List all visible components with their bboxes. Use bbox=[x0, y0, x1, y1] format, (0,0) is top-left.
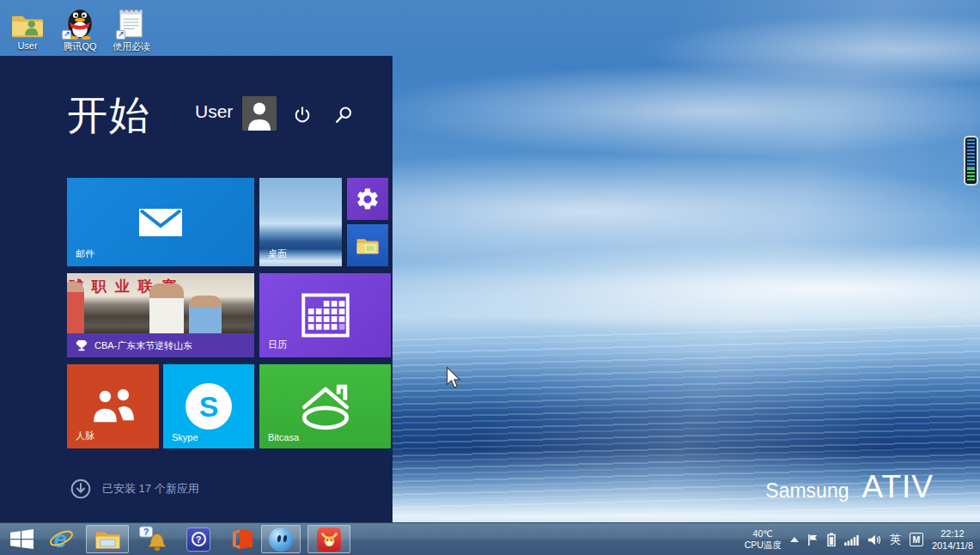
tile-label: 邮件 bbox=[76, 247, 94, 260]
tile-label: 人脉 bbox=[76, 430, 94, 442]
new-apps-link[interactable]: 已安装 17 个新应用 bbox=[70, 479, 199, 499]
file-explorer-icon bbox=[94, 528, 121, 551]
tile-people[interactable]: 人脉 bbox=[67, 364, 159, 448]
tray-clock[interactable]: 22:12 2014/11/8 bbox=[932, 528, 977, 552]
internet-explorer-icon: e bbox=[48, 526, 75, 552]
bubble-question-glyph: ? bbox=[143, 526, 149, 536]
screen: Samsung ATIV User ↗ bbox=[0, 0, 980, 555]
eye bbox=[283, 534, 287, 541]
desktop-icon-qq[interactable]: ↗ 腾讯QQ bbox=[55, 3, 105, 53]
manual-question-icon: ? bbox=[186, 528, 210, 552]
network-signal-icon[interactable] bbox=[844, 534, 859, 546]
sports-live-tile-photo: 球职业联赛 bbox=[67, 273, 254, 333]
sports-headline: CBA-广东末节逆转山东 bbox=[67, 333, 254, 357]
tile-label: 桌面 bbox=[268, 247, 287, 260]
question-glyph: ? bbox=[192, 532, 206, 546]
user-folder-icon bbox=[10, 3, 45, 40]
brand-samsung: Samsung bbox=[765, 479, 849, 503]
ime-language-indicator[interactable]: 英 bbox=[890, 532, 901, 547]
desktop-icon-user[interactable]: User bbox=[3, 3, 52, 51]
battery-icon[interactable] bbox=[827, 533, 836, 546]
bell-question-icon: ? bbox=[139, 526, 167, 553]
brand-ativ: ATIV bbox=[862, 469, 934, 505]
temp-gauge-widget[interactable] bbox=[964, 136, 978, 186]
tile-pc-settings[interactable] bbox=[347, 178, 388, 220]
gauge-blue-bars bbox=[967, 139, 975, 168]
taskbar: e ? ? bbox=[0, 522, 980, 555]
shortcut-arrow-icon: ↗ bbox=[62, 30, 71, 40]
shortcut-arrow-icon: ↗ bbox=[116, 30, 125, 40]
tile-mail[interactable]: 邮件 bbox=[67, 178, 254, 266]
start-title: 开始 bbox=[67, 88, 151, 143]
skype-letter: S bbox=[199, 392, 219, 421]
trophy-icon bbox=[76, 339, 88, 351]
mouse-cursor bbox=[446, 367, 461, 389]
cpu-temp-indicator[interactable]: 40℃ CPU温度 bbox=[745, 528, 782, 551]
start-button[interactable] bbox=[5, 525, 38, 553]
taskbar-bull-app-button[interactable] bbox=[307, 525, 350, 553]
tile-label: 日历 bbox=[268, 338, 287, 351]
gauge-green-bars bbox=[967, 168, 975, 182]
player-figure bbox=[67, 282, 84, 333]
tile-file-explorer[interactable] bbox=[347, 224, 388, 266]
new-apps-text: 已安装 17 个新应用 bbox=[102, 481, 199, 497]
taskbar-help-bell-button[interactable]: ? bbox=[136, 525, 170, 553]
volume-icon[interactable] bbox=[867, 534, 881, 546]
user-avatar[interactable] bbox=[242, 96, 277, 131]
blue-face-app-icon bbox=[269, 528, 293, 552]
taskbar-ie-button[interactable]: e bbox=[45, 525, 77, 553]
mail-envelope-icon bbox=[67, 178, 254, 266]
ie-letter: e bbox=[53, 526, 66, 552]
office-icon bbox=[231, 528, 254, 551]
cpu-temp-value: 40℃ bbox=[745, 528, 782, 540]
bull-app-icon bbox=[317, 528, 341, 552]
desktop-icon-readme[interactable]: ↗ 使用必读 bbox=[107, 3, 156, 53]
tile-label: CBA-广东末节逆转山东 bbox=[94, 339, 192, 352]
tile-calendar[interactable]: 日历 bbox=[259, 273, 391, 357]
desktop-icon-label: 使用必读 bbox=[113, 40, 150, 53]
action-center-flag-icon[interactable] bbox=[807, 534, 819, 546]
desktop-icon-label: User bbox=[17, 40, 37, 51]
taskbar-explorer-button[interactable] bbox=[86, 525, 129, 553]
taskbar-manual-button[interactable]: ? bbox=[181, 525, 216, 553]
search-button[interactable] bbox=[332, 103, 356, 127]
power-button[interactable] bbox=[290, 103, 314, 127]
clock-time: 22:12 bbox=[932, 528, 973, 540]
wallpaper-brand: Samsung ATIV bbox=[765, 469, 934, 505]
tile-label: Skype bbox=[172, 432, 198, 442]
tile-label: Bitcasa bbox=[268, 432, 299, 442]
tile-bitcasa[interactable]: Bitcasa bbox=[259, 364, 391, 448]
start-screen: 开始 User bbox=[0, 56, 393, 522]
power-icon bbox=[293, 106, 312, 125]
windows-logo-icon bbox=[10, 529, 33, 549]
cpu-temp-label: CPU温度 bbox=[745, 540, 782, 551]
desktop-icon-label: 腾讯QQ bbox=[63, 40, 96, 53]
tile-sports-news[interactable]: 球职业联赛 CBA-广东末节逆转山东 bbox=[67, 273, 254, 357]
player-figure bbox=[189, 296, 222, 333]
search-icon bbox=[334, 106, 353, 125]
taskbar-office-button[interactable] bbox=[225, 525, 259, 553]
down-arrow-circle-icon bbox=[70, 479, 91, 499]
system-tray: 40℃ CPU温度 bbox=[745, 523, 977, 555]
user-name[interactable]: User bbox=[195, 101, 233, 122]
tile-skype[interactable]: S Skype bbox=[163, 364, 254, 448]
qq-penguin-icon: ↗ bbox=[64, 3, 96, 40]
taskbar-blue-face-app-button[interactable] bbox=[261, 525, 301, 553]
ime-mode-indicator[interactable]: M bbox=[910, 533, 923, 546]
eye bbox=[277, 534, 281, 541]
folder-picture-icon bbox=[347, 224, 388, 266]
notepad-icon: ↗ bbox=[118, 3, 145, 40]
gear-icon bbox=[347, 178, 388, 220]
tile-desktop[interactable]: 桌面 bbox=[259, 178, 342, 266]
player-figure bbox=[149, 284, 184, 333]
avatar-person-icon bbox=[242, 96, 277, 131]
clock-date: 2014/11/8 bbox=[932, 540, 973, 552]
hidden-icons-chevron[interactable] bbox=[790, 537, 799, 542]
